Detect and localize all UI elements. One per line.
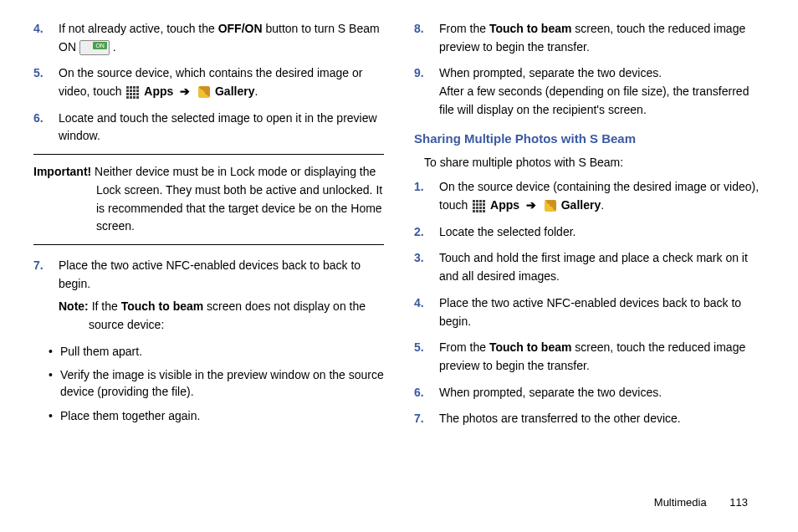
left-column: 4. If not already active, touch the OFF/… (33, 20, 384, 437)
important-note: Important! Neither device must be in Loc… (33, 154, 384, 245)
footer-section: Multimedia (654, 496, 707, 509)
right-column: 8. From the Touch to beam screen, touch … (414, 20, 765, 437)
note: Note: If the Touch to beam screen does n… (59, 298, 384, 334)
bullet-item: Pull them apart. (60, 343, 384, 360)
touch-to-beam-label: Touch to beam (121, 299, 204, 313)
section-heading: Sharing Multiple Photos with S Beam (414, 129, 765, 148)
step-number: 5. (414, 339, 424, 357)
arrow-icon: ➔ (526, 198, 536, 212)
section-intro: To share multiple photos with S Beam: (424, 154, 765, 172)
bullet-item: Place them together again. (60, 407, 384, 424)
apps-grid-icon (126, 86, 139, 99)
touch-to-beam-label: Touch to beam (489, 22, 572, 35)
mstep-6: 6. When prompted, separate the two devic… (439, 384, 765, 402)
text: If the (89, 299, 121, 313)
gallery-icon (545, 200, 556, 212)
mstep-3: 3. Touch and hold the first image and pl… (439, 249, 765, 285)
important-label: Important! (33, 165, 91, 178)
step-9: 9. When prompted, separate the two devic… (439, 64, 765, 119)
text: Locate and touch the selected image to o… (59, 111, 377, 143)
text: Place the two active NFC-enabled devices… (59, 257, 384, 293)
arrow-icon: ➔ (180, 84, 190, 98)
step-number: 2. (414, 223, 424, 242)
apps-label: Apps (144, 84, 173, 98)
text: If not already active, touch the (59, 22, 218, 35)
gallery-label: Gallery (215, 84, 254, 98)
text: From the (439, 22, 489, 35)
sub-bullets: Pull them apart. Verify the image is vis… (33, 343, 384, 424)
step-number: 6. (33, 110, 43, 128)
text: . (254, 84, 258, 98)
text: The photos are transferred to the other … (439, 412, 681, 425)
text: On the source device, which contains the… (59, 66, 362, 98)
step-4: 4. If not already active, touch the OFF/… (59, 20, 384, 56)
left-list-1: 4. If not already active, touch the OFF/… (33, 20, 384, 146)
gallery-label: Gallery (561, 198, 601, 212)
mstep-2: 2. Locate the selected folder. (439, 223, 765, 242)
step-number: 7. (414, 410, 424, 428)
mstep-5: 5. From the Touch to beam screen, touch … (439, 339, 765, 375)
off-on-label: OFF/ON (218, 22, 263, 35)
note-label: Note: (59, 299, 89, 313)
step-number: 6. (414, 384, 424, 402)
text: Locate the selected folder. (439, 225, 575, 238)
text: Touch and hold the first image and place… (439, 251, 748, 283)
important-text: Neither device must be in Lock mode or d… (91, 165, 382, 233)
step-5: 5. On the source device, which contains … (59, 64, 384, 100)
page-content: 4. If not already active, touch the OFF/… (0, 0, 798, 445)
step-8: 8. From the Touch to beam screen, touch … (439, 20, 765, 56)
page-footer: Multimedia 113 (654, 496, 748, 509)
step-number: 1. (414, 178, 424, 197)
right-list-1: 8. From the Touch to beam screen, touch … (414, 20, 765, 119)
step-number: 4. (33, 20, 43, 38)
text: From the (439, 340, 489, 354)
apps-label: Apps (490, 198, 519, 212)
text: When prompted, separate the two devices. (439, 386, 662, 399)
touch-to-beam-label: Touch to beam (489, 340, 572, 354)
step-number: 5. (33, 64, 43, 83)
mstep-4: 4. Place the two active NFC-enabled devi… (439, 294, 765, 330)
left-list-2: 7. Place the two active NFC-enabled devi… (33, 257, 384, 335)
toggle-on-icon (79, 40, 110, 55)
mstep-7: 7. The photos are transferred to the oth… (439, 410, 765, 428)
right-steps: 1. On the source device (containing the … (414, 178, 765, 428)
mstep-1: 1. On the source device (containing the … (439, 178, 765, 214)
step-number: 9. (414, 64, 424, 83)
apps-grid-icon (473, 200, 485, 212)
step-number: 4. (414, 294, 424, 313)
text: When prompted, separate the two devices. (439, 64, 765, 83)
text: After a few seconds (depending on file s… (439, 83, 765, 119)
text: Place the two active NFC-enabled devices… (439, 296, 741, 328)
step-number: 3. (414, 249, 424, 268)
gallery-icon (198, 86, 210, 98)
text: . (601, 198, 604, 212)
step-7: 7. Place the two active NFC-enabled devi… (59, 257, 384, 335)
footer-page-number: 113 (729, 496, 748, 509)
step-number: 7. (33, 257, 43, 275)
step-number: 8. (414, 20, 424, 38)
step-6: 6. Locate and touch the selected image t… (59, 110, 384, 146)
text: . (110, 40, 116, 54)
bullet-item: Verify the image is visible in the previ… (60, 366, 384, 401)
